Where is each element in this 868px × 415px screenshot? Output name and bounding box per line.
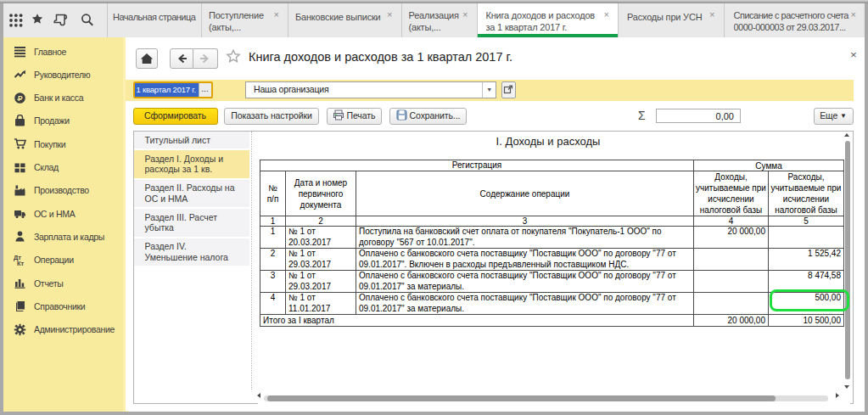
- svg-text:Кт: Кт: [17, 260, 25, 266]
- svg-text:Р: Р: [18, 93, 23, 102]
